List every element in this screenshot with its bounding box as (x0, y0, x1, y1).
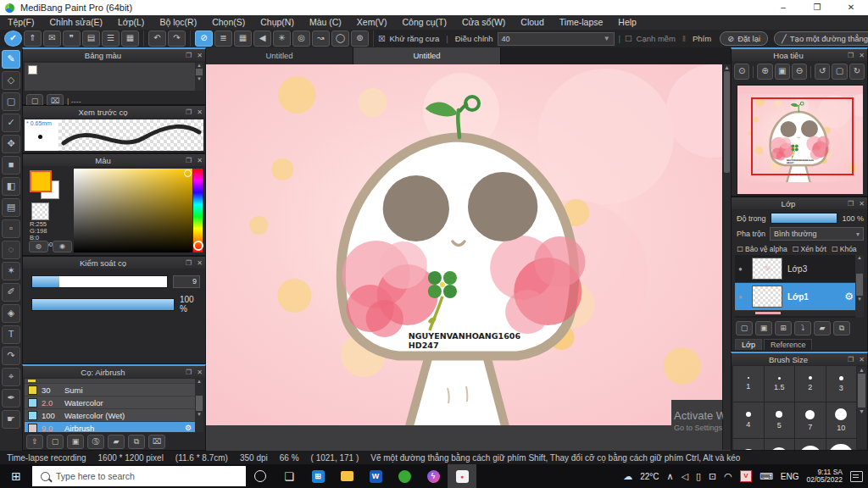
volume-icon[interactable]: ◁ (682, 471, 688, 482)
blend-mode-dropdown[interactable]: Bình thường ▾ (770, 227, 864, 241)
canvas-viewport[interactable]: Activate Windows Go to Settings to activ… (206, 64, 723, 439)
action-center-icon[interactable] (850, 471, 863, 482)
tool-fill-rect[interactable]: ■ (2, 156, 20, 175)
close-icon[interactable]: ✕ (194, 157, 205, 164)
saturation-value-picker[interactable] (74, 169, 192, 252)
duplicate-brush-button[interactable]: ⧉ (128, 435, 145, 449)
layer-checkbox-2[interactable]: ☐ Khóa (832, 245, 857, 253)
reset-button[interactable]: ⊘ Đặt lại (720, 31, 768, 46)
scroll-thumb[interactable] (196, 396, 203, 411)
straight-line-button[interactable]: ╱ Tạo một đường thẳng (774, 31, 868, 46)
taskbar-search[interactable]: Type here to search (32, 466, 246, 486)
cloud-save-button[interactable]: ✔ (4, 30, 22, 47)
panel-list-button[interactable]: ☰ (102, 30, 120, 47)
tool-lasso[interactable]: ◌ (2, 241, 20, 259)
medibang-taskbar-button[interactable]: ● (448, 464, 476, 488)
menu-item-8[interactable]: Công cụ(T) (394, 15, 454, 30)
close-icon[interactable]: ✕ (856, 52, 867, 59)
brush-size-cell-1[interactable]: 1 (733, 366, 764, 402)
publish-button[interactable]: ⇑ (24, 30, 42, 47)
taskbar-clock[interactable]: 9:11 SA 02/05/2022 (806, 469, 843, 485)
restore-button[interactable]: ❐ (800, 0, 834, 15)
brush-size-slider[interactable] (31, 275, 168, 288)
popout-icon[interactable]: ❐ (183, 52, 194, 59)
navigator-thumbnail[interactable] (737, 86, 863, 194)
layer-visibility-icon[interactable]: ● (738, 293, 747, 301)
tool-magic-wand[interactable]: ✶ (2, 262, 20, 280)
layer-list-scrollbar[interactable]: ▲▼ (855, 255, 864, 318)
tool-text[interactable]: T (2, 325, 20, 344)
scroll-down-icon[interactable]: ▼ (197, 412, 202, 417)
palette-swatches[interactable]: ▲▼ (25, 63, 203, 91)
file-explorer-button[interactable] (332, 464, 361, 488)
close-icon[interactable]: ✕ (194, 259, 205, 267)
menu-item-3[interactable]: Bộ lọc(R) (152, 15, 204, 30)
store-button[interactable]: ⊞ (303, 464, 332, 488)
antialias-checkbox[interactable]: ☒ (378, 34, 386, 43)
layer-row[interactable]: ●Lớp1⚙ (735, 283, 864, 311)
document-tab-0[interactable]: Untitled (206, 47, 353, 64)
tool-select-pen[interactable]: ✐ (2, 283, 20, 302)
symmetry-button[interactable]: ✳ (273, 30, 291, 47)
popout-icon[interactable]: ❐ (845, 356, 856, 363)
touch-keyboard-icon[interactable]: ⌨ (760, 471, 773, 482)
correction-dropdown[interactable]: 40 ▼ (498, 32, 615, 46)
word-button[interactable]: W (361, 464, 390, 488)
hue-slider[interactable] (193, 169, 203, 252)
menu-item-7[interactable]: Xem(V) (349, 15, 395, 30)
transparent-color-swatch[interactable] (31, 202, 49, 220)
zoom-reset-button[interactable]: ⊙ (734, 64, 749, 80)
cortana-button[interactable] (246, 464, 275, 488)
vscroll-thumb[interactable] (724, 71, 730, 173)
scroll-up-icon[interactable]: ▲ (197, 379, 202, 384)
close-icon[interactable]: ✕ (194, 108, 205, 116)
zoom-in-button[interactable]: ⊕ (757, 64, 772, 80)
scroll-down-icon[interactable]: ▼ (197, 76, 202, 81)
menu-item-9[interactable]: Cửa sổ(W) (454, 15, 513, 30)
brush-size-cell-3[interactable]: 3 (826, 366, 857, 402)
vertical-scrollbar[interactable]: ▲ (722, 64, 731, 450)
popout-icon[interactable]: ❐ (183, 369, 194, 376)
tool-eyedropper[interactable]: ⌖ (2, 368, 20, 386)
menu-item-2[interactable]: Lớp(L) (110, 15, 152, 30)
layer-checkbox-1[interactable]: ☐ Xén bớt (793, 245, 826, 253)
popout-icon[interactable]: ❐ (845, 200, 856, 208)
brush-size-cell-5[interactable]: 5 (765, 402, 795, 438)
new-1bit-layer-button[interactable]: ⊞ (775, 321, 792, 336)
palette-scrollbar[interactable]: ▲▼ (195, 63, 203, 91)
layer-checkbox-0[interactable]: ☐ Bảo vệ alpha (737, 245, 787, 253)
battery-icon[interactable]: ▯ (696, 471, 701, 482)
popout-icon[interactable]: ❐ (845, 52, 856, 59)
weather-icon[interactable]: ☁ (623, 471, 632, 482)
chat-button[interactable]: ❞ (63, 30, 81, 47)
zoom-out-button[interactable]: ⊖ (792, 64, 807, 80)
project-screen-icon[interactable]: ⊡ (709, 471, 716, 482)
brush-folder-button[interactable]: ▰ (108, 435, 125, 449)
menu-item-10[interactable]: Cloud (513, 15, 551, 30)
tool-eraser[interactable]: ◇ (2, 71, 20, 90)
document-button[interactable]: ▤ (82, 30, 100, 47)
popout-icon[interactable]: ❐ (183, 259, 194, 267)
brush-row[interactable]: 2.0Watercolor (25, 396, 203, 409)
triangle-button[interactable]: ◀ (253, 30, 271, 47)
brush-size-cell-big-10[interactable] (795, 439, 826, 450)
rotate-left-button[interactable]: ↺ (815, 64, 830, 80)
close-button[interactable]: ✕ (834, 0, 868, 15)
layer-tab-reference[interactable]: Reference (764, 339, 813, 350)
layer-row[interactable]: ●∿Lớp3 (735, 255, 864, 283)
brush-opacity-slider[interactable] (31, 298, 175, 311)
fit-window-button[interactable]: ▣ (775, 64, 790, 80)
mesh-button[interactable]: ▦ (234, 30, 252, 47)
duplicate-layer-button[interactable]: ⧉ (833, 321, 850, 336)
canvas-document[interactable] (206, 64, 723, 425)
scroll-up-icon[interactable]: ▲ (724, 64, 730, 70)
menu-item-12[interactable]: Help (610, 15, 644, 30)
wifi-icon[interactable]: ◠ (724, 471, 732, 482)
hatching-button[interactable]: ≣ (214, 30, 232, 47)
brush-size-scrollbar[interactable]: ▲ ▼ (857, 367, 866, 449)
menu-item-5[interactable]: Chụp(N) (253, 15, 302, 30)
close-icon[interactable]: ✕ (856, 356, 867, 363)
concentric-button[interactable]: ◎ (292, 30, 310, 47)
tool-polyline[interactable]: ✓ (2, 114, 20, 132)
tray-chevron-icon[interactable]: ∧ (666, 471, 673, 482)
